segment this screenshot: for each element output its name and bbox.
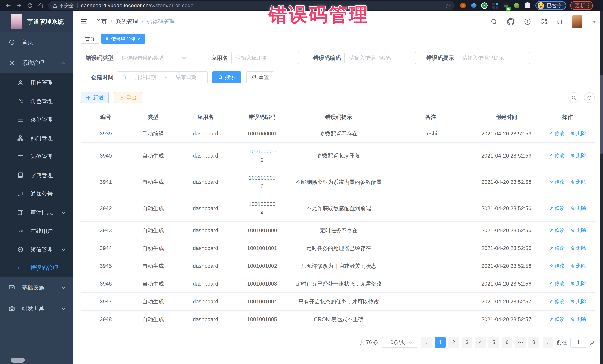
breadcrumb-item[interactable]: 首页	[96, 18, 107, 26]
cell-actions: 修改 删除	[540, 195, 595, 221]
edit-link[interactable]: 修改	[549, 245, 565, 251]
page-button[interactable]: 3	[462, 337, 472, 348]
cell-id: 3941	[81, 169, 131, 195]
edit-link[interactable]: 修改	[549, 316, 565, 322]
not-secure-indicator[interactable]: 不安全	[52, 2, 74, 9]
extension-icon-green-check[interactable]: ✓	[481, 2, 488, 9]
page-button[interactable]: 1	[435, 337, 446, 348]
address-bar[interactable]: 不安全 dashboard.yudao.iocoder.cn/system/er…	[48, 1, 454, 10]
edit-link[interactable]: 修改	[549, 227, 565, 233]
edit-link[interactable]: 修改	[549, 130, 565, 137]
extension-icon-list[interactable]: on	[502, 2, 510, 9]
page-button[interactable]: 4	[475, 337, 486, 348]
delete-link[interactable]: 删除	[570, 263, 586, 269]
view-tab[interactable]: 错误码管理 ×	[101, 34, 145, 44]
page-button[interactable]: 5	[488, 337, 499, 348]
delete-link[interactable]: 删除	[570, 298, 586, 305]
delete-link[interactable]: 删除	[570, 245, 586, 251]
help-icon[interactable]: ?	[524, 18, 531, 26]
sidebar-item[interactable]: 错误码管理	[0, 259, 73, 277]
delete-link[interactable]: 删除	[570, 130, 586, 137]
gear-icon	[9, 60, 15, 66]
user-avatar[interactable]	[572, 15, 582, 28]
browser-scrollbar[interactable]	[600, 11, 603, 364]
search-icon[interactable]	[490, 18, 498, 26]
sidebar-item[interactable]: 角色管理	[0, 92, 73, 110]
cell-app: dashboard	[175, 239, 236, 257]
create-time-range-picker[interactable]: 开始日期 - 结束日期	[117, 71, 208, 83]
github-icon[interactable]	[507, 18, 515, 26]
add-button[interactable]: 新增	[81, 92, 109, 103]
extension-icon-gem[interactable]	[470, 2, 477, 9]
edit-link[interactable]: 修改	[549, 205, 565, 211]
extension-icon-key[interactable]	[513, 2, 520, 9]
app-name-input[interactable]	[231, 52, 299, 64]
error-code-input[interactable]	[344, 52, 416, 64]
delete-link[interactable]: 删除	[570, 178, 586, 185]
refresh-table-button[interactable]	[584, 92, 595, 103]
prev-page-button[interactable]: ‹	[421, 337, 431, 348]
scrollbar-thumb[interactable]	[600, 75, 603, 154]
delete-link[interactable]: 删除	[570, 316, 586, 322]
search-button[interactable]: 搜索	[212, 71, 241, 83]
edit-link[interactable]: 修改	[549, 280, 565, 287]
delete-link[interactable]: 删除	[570, 227, 586, 233]
page-button[interactable]: 8	[528, 337, 539, 348]
sidebar-item-label: 研发工具	[22, 305, 44, 312]
back-icon[interactable]	[3, 1, 14, 10]
chevron-down-icon[interactable]	[592, 21, 596, 23]
delete-link[interactable]: 删除	[570, 152, 586, 159]
sidebar-header: 芋道管理系统	[0, 11, 73, 32]
sidebar-item[interactable]: 岗位管理	[0, 147, 73, 166]
extension-icon-orange[interactable]	[459, 2, 466, 9]
show-search-toggle-button[interactable]	[568, 92, 579, 103]
delete-link[interactable]: 删除	[570, 205, 586, 211]
sidebar-item[interactable]: 审计日志	[0, 203, 73, 222]
breadcrumb-item[interactable]: 错误码管理	[147, 18, 175, 26]
page-button[interactable]: 6	[502, 337, 512, 348]
goto-page-input[interactable]	[570, 337, 586, 348]
reset-button[interactable]: 重置	[246, 71, 274, 83]
page-size-select[interactable]: 10条/页	[382, 337, 417, 348]
extension-icon-squares[interactable]	[492, 2, 499, 9]
view-tab[interactable]: 首页	[81, 34, 99, 44]
error-type-select[interactable]: 请选择错误码类型	[117, 52, 189, 64]
kebab-menu-icon[interactable]	[588, 5, 590, 6]
home-icon[interactable]	[35, 1, 46, 10]
extension-icon-puzzle[interactable]	[524, 2, 531, 9]
export-button[interactable]: 导出	[114, 92, 142, 103]
edit-link[interactable]: 修改	[549, 263, 565, 269]
error-msg-input[interactable]	[458, 52, 530, 64]
sidebar-item[interactable]: 首页	[0, 32, 73, 53]
sidebar-item[interactable]: 菜单管理	[0, 110, 73, 129]
sidebar-item[interactable]: 系统管理	[0, 53, 73, 73]
next-page-button[interactable]: ›	[543, 337, 553, 348]
browser-update-button[interactable]: 更新	[570, 1, 593, 10]
forward-icon[interactable]	[14, 1, 24, 10]
edit-link[interactable]: 修改	[549, 152, 565, 159]
fullscreen-icon[interactable]	[540, 18, 548, 26]
edit-link[interactable]: 修改	[549, 298, 565, 305]
close-icon[interactable]: ×	[138, 36, 140, 41]
sidebar-item[interactable]: 字典管理	[0, 166, 73, 185]
profile-paused-pill[interactable]: 已暂停	[535, 1, 566, 10]
sidebar-item[interactable]: 部门管理	[0, 129, 73, 147]
hamburger-icon[interactable]	[80, 18, 88, 25]
page-button[interactable]: 2	[448, 337, 459, 348]
breadcrumb-item[interactable]: 系统管理	[116, 18, 138, 26]
page-button[interactable]: •••	[515, 337, 526, 348]
sidebar-item-label: 菜单管理	[30, 116, 53, 124]
sidebar-item[interactable]: 通知公告	[0, 185, 73, 203]
delete-link[interactable]: 删除	[570, 280, 586, 287]
sidebar-item[interactable]: 短信管理	[0, 240, 73, 259]
bookmark-star-icon[interactable]: ☆	[445, 2, 451, 9]
col-app: 应用名	[175, 110, 236, 125]
sidebar-item[interactable]: 研发工具	[0, 298, 73, 319]
font-size-icon[interactable]: tT	[557, 18, 563, 25]
sidebar-scrollbar-thumb[interactable]	[11, 358, 25, 363]
sidebar-item[interactable]: 基础设施	[0, 277, 73, 298]
sidebar-item[interactable]: 用户管理	[0, 73, 73, 92]
sidebar-item[interactable]: 在线用户	[0, 222, 73, 240]
edit-link[interactable]: 修改	[549, 178, 565, 185]
reload-icon[interactable]	[24, 1, 35, 10]
